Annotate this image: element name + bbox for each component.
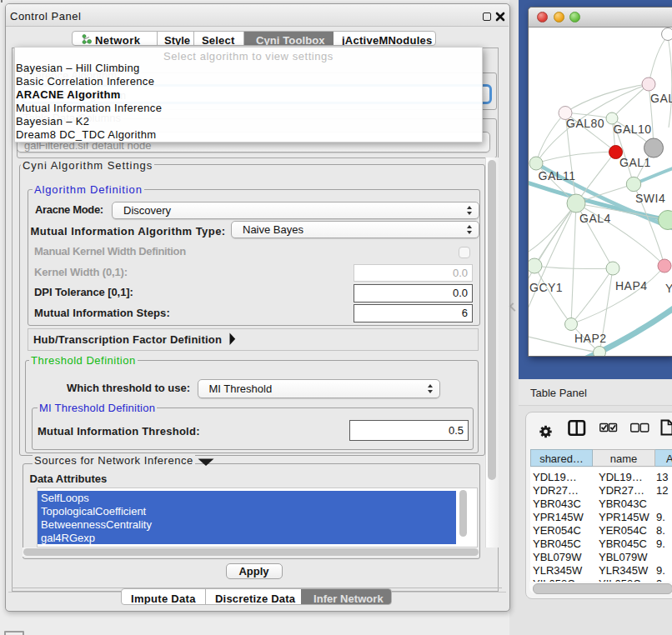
svg-text:GCY1: GCY1 xyxy=(529,281,563,294)
svg-text:SWI4: SWI4 xyxy=(635,192,665,205)
svg-text:GAL: GAL xyxy=(650,92,672,105)
svg-text:GAL4: GAL4 xyxy=(579,212,611,225)
svg-text:GAL10: GAL10 xyxy=(614,122,652,136)
svg-text:HAP4: HAP4 xyxy=(615,279,648,292)
svg-text:HAP2: HAP2 xyxy=(574,332,607,345)
svg-text:Y: Y xyxy=(665,282,672,295)
svg-text:GAL80: GAL80 xyxy=(566,117,604,130)
svg-text:GAL11: GAL11 xyxy=(539,169,576,182)
svg-text:GAL1: GAL1 xyxy=(619,156,651,169)
